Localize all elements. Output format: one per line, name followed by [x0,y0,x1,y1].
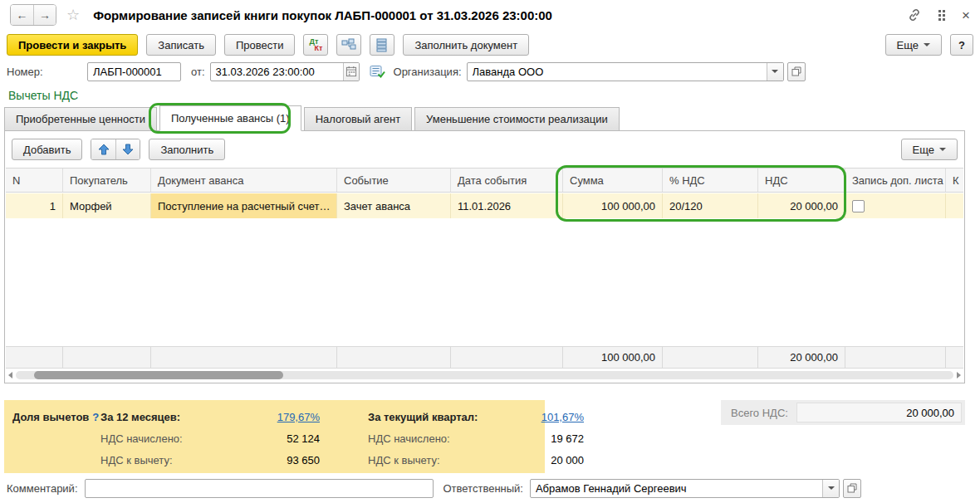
totals-n [6,347,63,368]
col-header-advance-doc[interactable]: Документ аванса [151,168,337,192]
comment-input[interactable] [86,480,433,497]
totals-extra-sheet [845,347,946,368]
chevron-down-icon [924,43,930,46]
tab-received-advances[interactable]: Полученные авансы (1) [159,105,301,131]
fill-document-button[interactable]: Заполнить документ [403,34,529,56]
organization-open-button[interactable] [787,62,806,81]
cell-vat-rate[interactable]: 20/120 [663,193,758,218]
tab-acquired-values[interactable]: Приобретенные ценности [4,107,157,131]
responsible-field-box [530,479,840,498]
move-down-button[interactable] [115,139,140,159]
chevron-down-icon [772,70,778,73]
more-button[interactable]: Еще [885,34,942,56]
horizontal-scrollbar[interactable] [8,370,961,380]
favorite-star-icon[interactable]: ☆ [66,7,80,22]
table-row[interactable]: 1 Морфей Поступление на расчетный счет… … [6,193,963,218]
extra-sheet-checkbox[interactable] [852,200,865,212]
tab-tax-agent[interactable]: Налоговый агент [304,107,412,131]
totals-event [337,347,451,368]
organization-label: Организация: [394,66,462,78]
move-up-button[interactable] [91,139,115,159]
totals-event-date [451,347,563,368]
save-button[interactable]: Записать [146,34,216,56]
nav-group: ← → [10,4,56,26]
col-header-event[interactable]: Событие [337,168,451,192]
tab-content-panel: Добавить Заполнить Еще N [4,130,965,383]
cell-event-date[interactable]: 11.01.2026 [451,193,563,218]
responsible-input[interactable] [531,480,822,497]
close-icon[interactable]: × [962,8,970,22]
related-documents-button[interactable] [336,34,361,56]
totals-advance-doc [151,347,337,368]
organization-dropdown-button[interactable] [767,63,783,81]
help-question-icon[interactable]: ? [92,411,99,423]
cell-buyer[interactable]: Морфей [63,193,151,218]
post-button[interactable]: Провести [224,34,296,56]
number-label: Номер: [7,66,87,78]
main-toolbar: Провести и закрыть Записать Провести ДтК… [7,33,973,56]
tab-bar: Приобретенные ценности Полученные авансы… [4,106,622,131]
section-title: Вычеты НДС [8,89,78,102]
scrollbar-track[interactable] [16,371,953,379]
quarter-period-label: За текущий квартал: [368,411,507,423]
total-vat-value: 20 000,00 [796,403,962,422]
responsible-dropdown-button[interactable] [822,480,839,497]
post-and-close-button[interactable]: Провести и закрыть [7,34,138,56]
col-header-vat[interactable]: НДС [758,168,845,192]
dt-kt-button[interactable]: ДтКт [303,34,328,56]
total-vat-strip: Всего НДС: 20 000,00 [721,400,965,425]
quarter-deducted-label: НДС к вычету: [368,454,507,466]
col-header-vat-rate[interactable]: % НДС [663,168,758,192]
forward-icon[interactable]: → [33,5,56,25]
cell-n[interactable]: 1 [6,193,63,218]
col-header-event-date[interactable]: Дата события [451,168,563,192]
quarter-accrued-value: 19 672 [507,432,584,445]
back-icon[interactable]: ← [11,5,33,25]
organization-input[interactable] [468,63,767,81]
year-deducted-label: НДС к вычету: [100,454,227,466]
col-header-n[interactable]: N [6,168,63,192]
scrollbar-thumb[interactable] [34,371,283,379]
fill-by-basis-button[interactable] [370,65,385,79]
col-header-buyer[interactable]: Покупатель [63,168,151,192]
document-check-icon [370,65,385,79]
cell-vat[interactable]: 20 000,00 [758,193,845,218]
year-share-link-wrap: 179,67% [227,411,320,423]
totals-vat: 20 000,00 [758,347,845,368]
responsible-open-button[interactable] [843,479,861,498]
quarter-share-link[interactable]: 101,67% [541,411,584,423]
chevron-down-icon [939,148,946,151]
tab-sales-cost-reduction[interactable]: Уменьшение стоимости реализации [414,107,620,131]
register-records-icon [376,38,388,52]
page-title: Формирование записей книги покупок ЛАБП-… [93,8,552,22]
number-input[interactable] [88,63,180,81]
scroll-left-icon[interactable] [8,372,12,378]
cell-event[interactable]: Зачет аванса [337,193,451,218]
cell-sum[interactable]: 100 000,00 [563,193,663,218]
window-controls: × [907,7,970,22]
cell-advance-doc[interactable]: Поступление на расчетный счет… [151,193,337,218]
col-header-extra-sheet[interactable]: Запись доп. листа [845,168,946,192]
register-records-button[interactable] [370,34,394,56]
calendar-icon [345,66,357,77]
related-documents-icon [341,38,356,51]
col-header-sum[interactable]: Сумма [563,168,663,192]
cell-k [946,193,963,218]
comment-field-box [85,479,434,498]
scroll-right-icon[interactable] [957,372,961,378]
totals-sum: 100 000,00 [563,347,663,368]
col-header-k[interactable]: К [946,168,963,192]
date-input[interactable] [211,63,343,81]
fill-table-button[interactable]: Заполнить [149,139,225,160]
year-share-link[interactable]: 179,67% [277,411,320,423]
calendar-picker-button[interactable] [343,63,359,81]
totals-vat-rate [663,347,758,368]
help-button[interactable]: ? [950,34,973,56]
responsible-label: Ответственный: [443,482,523,495]
more-menu-icon[interactable] [938,10,945,21]
add-row-button[interactable]: Добавить [12,139,82,160]
year-accrued-value: 52 124 [227,432,320,445]
link-icon[interactable] [907,7,922,22]
dt-kt-icon: ДтКт [309,38,322,51]
table-more-button[interactable]: Еще [901,139,958,160]
